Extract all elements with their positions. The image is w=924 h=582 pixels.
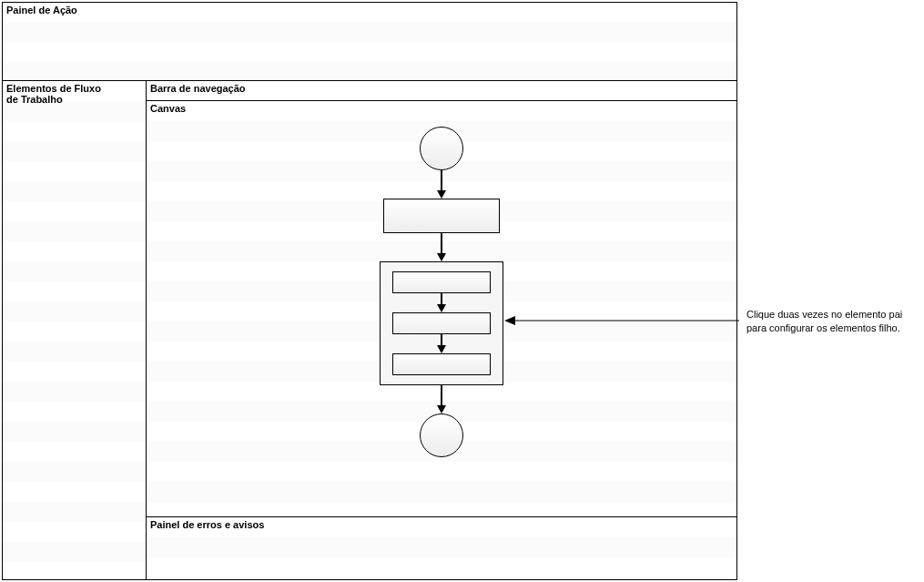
callout-line1: Clique duas vezes no elemento pai [746,308,924,322]
callout-arrow-icon [504,313,743,328]
task-node[interactable] [383,199,500,233]
child-node[interactable] [392,353,491,375]
callout-line2: para configurar os elementos filho. [746,322,924,335]
workflow-elements-title-line1: Elementos de Fluxo [6,83,142,94]
parent-container-node[interactable] [380,261,503,385]
arrow-icon [437,334,446,353]
arrow-icon [437,170,446,199]
errors-panel: Painel de erros e avisos [147,517,736,579]
errors-panel-title: Painel de erros e avisos [150,519,264,530]
svg-marker-1 [504,316,515,325]
canvas-title: Canvas [150,103,186,114]
action-panel-title: Painel de Ação [6,5,77,15]
arrow-icon [437,385,446,414]
arrow-icon [437,233,446,261]
navigation-bar-title: Barra de navegação [150,83,246,94]
child-node[interactable] [392,271,491,293]
workflow-elements-panel: Elementos de Fluxo de Trabalho [3,81,147,579]
arrow-icon [437,293,446,312]
callout-text: Clique duas vezes no elemento pai para c… [746,308,924,335]
end-node[interactable] [420,414,463,457]
flowchart [350,127,533,457]
app-frame: Painel de Ação Elementos de Fluxo de Tra… [2,2,737,580]
callout-annotation: Clique duas vezes no elemento pai para c… [504,308,923,344]
workflow-elements-title-line2: de Trabalho [6,94,142,105]
start-node[interactable] [420,127,463,170]
action-panel: Painel de Ação [3,3,736,81]
navigation-bar: Barra de navegação [147,81,736,101]
child-node[interactable] [392,312,491,334]
